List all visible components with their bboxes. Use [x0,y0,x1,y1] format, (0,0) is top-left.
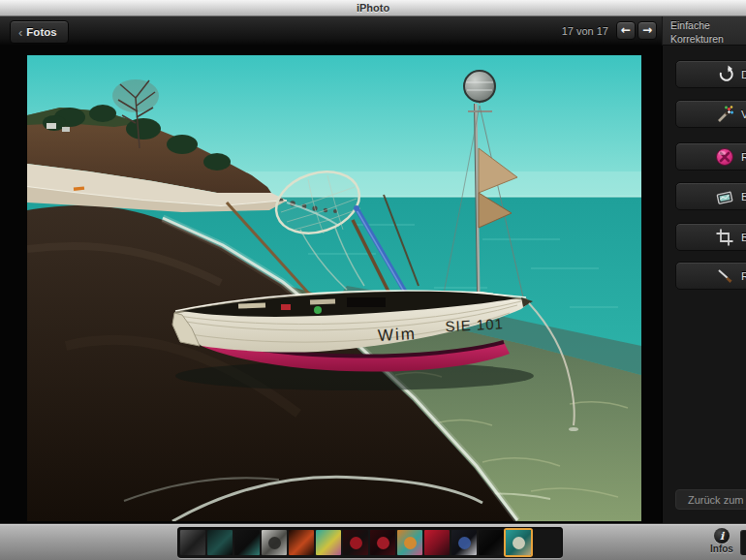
tool-button-rotate[interactable]: D [675,60,746,88]
window-title: iPhoto [357,2,389,14]
previous-photo-button[interactable]: ← [616,21,636,40]
filmstrip-thumbnail[interactable] [451,530,477,555]
crop-icon [715,228,734,247]
boat-registration-text: SIE 101 [445,315,504,334]
rotate-icon [715,65,734,84]
tool-label: R [741,270,746,282]
filmstrip-thumbnail[interactable] [207,530,233,555]
filmstrip-thumbnail[interactable] [234,530,260,555]
tool-button-straighten[interactable]: B [675,182,746,210]
filmstrip-thumbnail[interactable] [180,530,205,555]
tool-button-enhance[interactable]: Ve [675,100,746,128]
tool-label: B [741,232,746,243]
filmstrip-thumbnail-selected[interactable] [506,530,531,555]
info-button-label: Infos [702,544,741,554]
content-area: Wim SIE 101 D [0,46,746,523]
beach-boat-photo: Wim SIE 101 [27,55,641,521]
window-titlebar: iPhoto [0,0,746,16]
filmstrip-thumbnail[interactable] [424,530,450,555]
thumbnail-detail-dot [350,537,362,549]
tool-label: R [741,151,746,163]
quick-fixes-sidebar: D Ve [662,46,746,523]
thumbnail-detail-dot [268,537,281,549]
bottom-bar: i Infos [0,523,746,560]
back-button-label: Fotos [26,26,56,38]
tool-label: B [741,191,746,202]
info-icon: i [714,528,730,544]
edge-button-partial[interactable] [740,530,746,555]
retouch-icon [715,266,734,286]
tab-einfache-korrekturen[interactable]: Einfache Korrekturen [662,16,746,46]
left-arrow-icon: ← [621,23,631,37]
enhance-icon [715,105,734,124]
next-photo-button[interactable]: → [637,21,657,40]
photo-canvas-background: Wim SIE 101 [0,46,662,523]
filmstrip-thumbnail[interactable] [289,530,314,555]
red-eye-icon [715,147,734,167]
edit-toolbar: ‹ Fotos 17 von 17 ← → [0,16,746,46]
tool-button-crop[interactable]: B [675,223,746,251]
right-arrow-icon: → [642,23,652,37]
info-button[interactable]: i Infos [702,528,741,554]
boat-name-text: Wim [377,325,417,345]
tool-label: D [741,69,746,80]
back-chevron-icon: ‹ [18,26,22,39]
tool-label: Ve [741,109,746,120]
iphoto-window: iPhoto ‹ Fotos 17 von 17 ← → Einfache Ko… [0,0,746,560]
photo-counter: 17 von 17 [562,25,608,37]
back-to-original-button[interactable]: Zurück zum [675,489,746,510]
photo-nav-arrows: ← → [616,21,657,40]
filmstrip-thumbnail[interactable] [343,530,368,555]
filmstrip-thumbnail[interactable] [397,530,422,555]
back-button-fotos[interactable]: ‹ Fotos [10,20,69,44]
thumbnail-detail-dot [377,537,389,549]
straighten-icon [715,187,734,206]
thumbnail-detail-dot [458,537,471,549]
thumbnail-detail-dot [404,537,417,549]
tool-button-red-eye[interactable]: R [675,142,746,171]
filmstrip-thumbnail[interactable] [262,530,287,555]
filmstrip-thumbnail[interactable] [479,530,504,555]
thumbnail-detail-dot [513,537,525,549]
filmstrip[interactable] [177,527,563,558]
tool-button-retouch[interactable]: R [675,262,746,290]
filmstrip-thumbnail[interactable] [316,530,341,555]
filmstrip-thumbnail[interactable] [370,530,395,555]
